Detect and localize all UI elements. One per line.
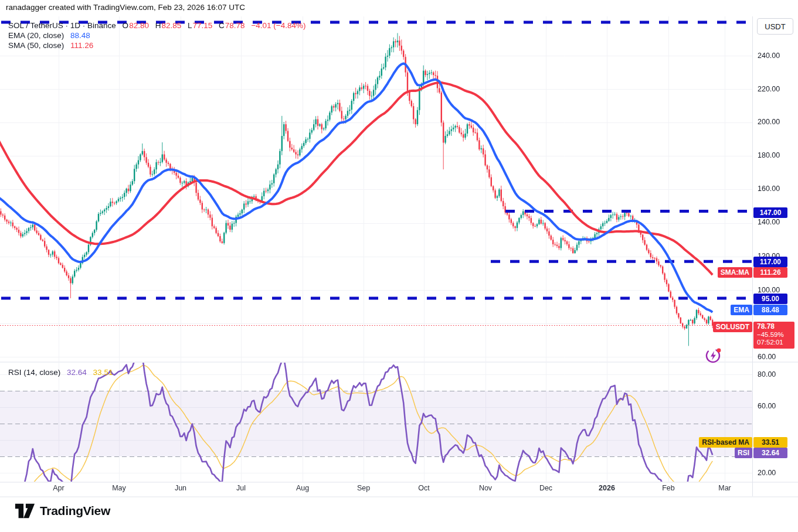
time-axis-label[interactable]: May [112, 484, 126, 492]
bar-countdown: 07:52:01 [757, 339, 794, 347]
price-axis-badge: 32.64 [753, 448, 787, 458]
flash-events-icon[interactable] [705, 346, 722, 364]
price-axis-tick: 180.00 [758, 151, 780, 159]
symbol-title: SOL / TetherUS · 1D · Binance [8, 21, 116, 30]
tradingview-logo-mark [14, 503, 35, 519]
ohlc-high: H82.85 [155, 21, 182, 30]
price-axis-tick: 140.00 [758, 218, 780, 226]
indicator-label-badge: EMA [731, 305, 752, 315]
indicator-label-badge: RSI [735, 448, 752, 458]
time-axis-label[interactable]: Jun [175, 484, 186, 492]
price-axis-tick: 160.00 [758, 185, 780, 193]
sma-legend[interactable]: SMA (50, close) 111.26 [8, 41, 93, 50]
time-axis-label[interactable]: Dec [539, 484, 552, 492]
ohlc-close: C78.78 [219, 21, 245, 30]
ohlc-open: O82.80 [123, 21, 149, 30]
indicator-label-badge: SOLUSDT [713, 322, 752, 332]
tradingview-logo[interactable]: TradingView [14, 503, 110, 519]
price-axis-badge: 88.48 [753, 305, 787, 315]
price-axis-tick: 240.00 [758, 52, 780, 60]
sma-value: 111.26 [70, 41, 93, 50]
time-axis-label[interactable]: Feb [662, 484, 675, 492]
rsi-ma-value: 33.51 [93, 368, 113, 377]
price-axis-tick: 60.00 [758, 353, 776, 361]
time-axis-label[interactable]: Mar [718, 484, 731, 492]
price-axis-tick: 200.00 [758, 118, 780, 126]
price-axis-badge: 95.00 [753, 294, 787, 304]
price-axis-badge: 33.51 [753, 437, 787, 448]
rsi-axis-tick: 60.00 [758, 402, 776, 410]
indicator-label-badge: RSI-based MA [699, 437, 752, 448]
price-axis-badge: 111.26 [753, 267, 787, 278]
attribution-text: ranadagger created with TradingView.com,… [6, 3, 245, 12]
currency-axis-button[interactable]: USDT [757, 18, 793, 35]
rsi-axis-tick: 20.00 [758, 469, 776, 477]
candlestick-chart-canvas[interactable] [0, 0, 798, 532]
time-axis-label[interactable]: Nov [479, 484, 492, 492]
price-axis-tick: 100.00 [758, 286, 780, 294]
time-axis-label[interactable]: 2026 [599, 484, 615, 492]
current-price-axis-box: 78.78 −45.59% 07:52:01 [753, 322, 794, 349]
price-axis-badge: 147.00 [753, 207, 787, 218]
price-axis-tick: 220.00 [758, 85, 780, 93]
indicator-label-badge: SMA:MA [718, 267, 752, 278]
ema-legend[interactable]: EMA (20, close) 88.48 [8, 31, 90, 40]
rsi-legend[interactable]: RSI (14, close) 32.64 33.51 [8, 368, 113, 377]
tradingview-logo-text: TradingView [40, 504, 110, 518]
time-axis-label[interactable]: Apr [53, 484, 64, 492]
bar-change: −4.01 (−4.84%) [251, 21, 305, 30]
ohlc-low: L77.15 [188, 21, 212, 30]
price-axis-badge: 117.00 [753, 257, 787, 267]
rsi-axis-tick: 80.00 [758, 370, 776, 378]
current-price: 78.78 [757, 323, 794, 331]
tradingview-snapshot: { "attribution": "ranadagger created wit… [0, 0, 798, 532]
time-axis-label[interactable]: Oct [418, 484, 429, 492]
rsi-value: 32.64 [67, 368, 87, 377]
time-axis-label[interactable]: Sep [357, 484, 370, 492]
ema-value: 88.48 [70, 31, 90, 40]
time-axis-label[interactable]: Jul [236, 484, 246, 492]
symbol-legend[interactable]: SOL / TetherUS · 1D · Binance O82.80 H82… [8, 21, 305, 30]
time-axis-label[interactable]: Aug [296, 484, 309, 492]
current-drawdown-pct: −45.59% [757, 331, 794, 339]
